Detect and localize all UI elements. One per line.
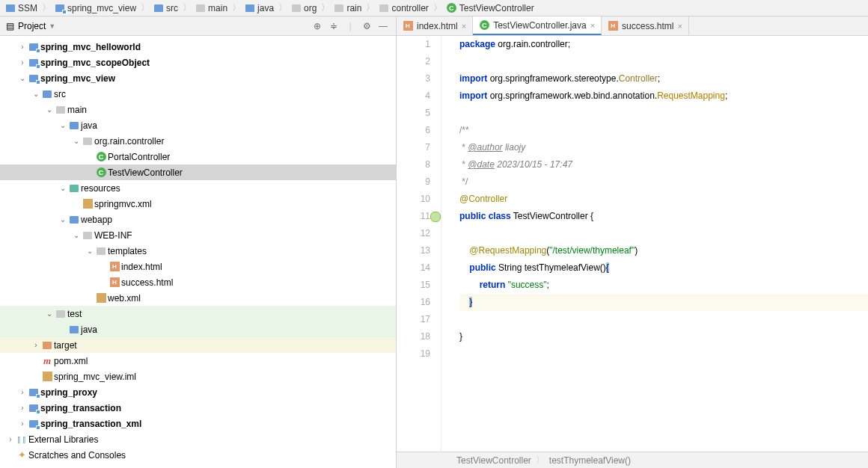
code-line[interactable]: public String testThymeleafView(){ [459,259,868,277]
code-line[interactable] [459,105,868,122]
tree-item[interactable]: ›spring_mvc_scopeObject [0,55,396,70]
code-editor[interactable]: package org.rain.controller;import org.s… [441,36,868,452]
project-tree[interactable]: ›spring_mvc_helloworld›spring_mvc_scopeO… [0,36,396,468]
line-number[interactable]: 1 [397,36,430,53]
code-line[interactable]: @Controller [459,191,868,208]
hide-button[interactable]: — [375,18,391,34]
tree-item[interactable]: ✦Scratches and Consoles [0,447,396,463]
editor-tab[interactable]: Hindex.html× [397,16,473,35]
collapse-all-button[interactable]: ≑ [326,18,342,34]
tree-arrow[interactable]: ⌄ [30,90,42,98]
tree-item[interactable]: ⌄src [0,86,396,102]
tree-item[interactable]: ›spring_proxy [0,384,396,400]
tree-arrow[interactable]: ⌄ [16,74,28,82]
code-line[interactable]: /** [459,122,868,139]
status-method[interactable]: testThymeleafView() [549,455,631,466]
line-number[interactable]: 11 [397,208,430,225]
close-icon[interactable]: × [462,22,466,31]
line-number[interactable]: 9 [397,173,430,191]
line-number[interactable]: 3 [397,70,430,87]
tree-arrow[interactable]: ⌄ [70,231,82,239]
code-line[interactable]: @RequestMapping("/test/view/thymeleaf") [459,242,868,259]
tree-item[interactable]: ⌄spring_mvc_view [0,70,396,86]
code-line[interactable]: import org.springframework.web.bind.anno… [459,87,868,105]
tree-item[interactable]: mpom.xml [0,353,396,369]
tree-item[interactable]: ›spring_mvc_helloworld [0,39,396,55]
tree-item[interactable]: CPortalController [0,149,396,164]
breadcrumb-item[interactable]: main [193,3,230,13]
tree-arrow[interactable]: › [16,58,28,67]
breadcrumb-item[interactable]: SSM [3,3,40,13]
code-line[interactable]: * @date 2023/10/15 - 17:47 [459,156,868,173]
tree-arrow[interactable]: ⌄ [57,184,69,192]
code-line[interactable]: package org.rain.controller; [459,36,868,53]
project-selector[interactable]: ▤ Project ▼ [4,21,55,31]
tree-item[interactable]: Hindex.html [0,259,396,274]
tree-item[interactable]: ⌄main [0,102,396,117]
line-number[interactable]: 6 [397,122,430,139]
tree-item[interactable]: ›spring_transaction_xml [0,416,396,431]
line-number[interactable]: 5 [397,105,430,122]
tree-arrow[interactable]: › [16,388,28,396]
code-line[interactable] [459,345,868,363]
code-line[interactable]: public class TestViewController { [459,208,868,225]
breadcrumb-item[interactable]: spring_mvc_view [52,3,139,13]
line-number[interactable]: 16 [397,294,430,311]
tree-item[interactable]: ⌄templates [0,243,396,259]
code-line[interactable]: */ [459,173,868,191]
tree-arrow[interactable]: ⌄ [70,137,82,145]
code-line[interactable] [459,53,868,70]
tree-item[interactable]: ⌄WEB-INF [0,227,396,243]
line-number[interactable]: 12 [397,225,430,242]
line-number[interactable]: 18 [397,328,430,345]
tree-item[interactable]: ›⫿⫿External Libraries [0,431,396,447]
tree-item[interactable]: spring_mvc_view.iml [0,369,396,384]
line-number[interactable]: 17 [397,311,430,328]
tree-arrow[interactable]: ⌄ [43,310,55,318]
code-line[interactable]: * @author liaojy [459,139,868,156]
tree-item[interactable]: ›target [0,337,396,353]
line-number[interactable]: 7 [397,139,430,156]
tree-item[interactable]: springmvc.xml [0,196,396,212]
tree-arrow[interactable]: › [4,435,16,443]
locate-button[interactable]: ⊕ [309,18,326,34]
line-number[interactable]: 19 [397,345,430,363]
code-line[interactable] [459,311,868,328]
tree-arrow[interactable]: ⌄ [43,105,55,114]
line-number[interactable]: 15 [397,277,430,294]
editor-tab[interactable]: CTestViewController.java× [473,16,602,35]
code-line[interactable]: } [459,328,868,345]
breadcrumb-item[interactable]: java [242,3,277,13]
tree-item[interactable]: ⌄webapp [0,212,396,227]
tree-arrow[interactable]: › [16,419,28,428]
settings-button[interactable]: ⚙ [358,18,375,34]
tree-arrow[interactable]: ⌄ [57,215,69,224]
status-class[interactable]: TestViewController [456,455,531,466]
tree-item[interactable]: ⌄resources [0,180,396,196]
code-line[interactable] [459,225,868,242]
line-number[interactable]: 8 [397,156,430,173]
breadcrumb-item[interactable]: rain [331,3,364,13]
tree-item[interactable]: ›spring_transaction [0,400,396,416]
line-number[interactable]: 4 [397,87,430,105]
breadcrumb-item[interactable]: org [289,3,320,13]
code-line[interactable]: } [459,294,868,311]
code-line[interactable]: import org.springframework.stereotype.Co… [459,70,868,87]
code-line[interactable]: return "success"; [459,277,868,294]
tree-item[interactable]: ⌄java [0,117,396,133]
line-number[interactable]: 14 [397,259,430,277]
tree-arrow[interactable]: ⌄ [84,247,96,255]
tree-item[interactable]: java [0,321,396,337]
tree-item[interactable]: CTestViewController [0,164,396,180]
tree-arrow[interactable]: ⌄ [57,121,69,129]
tree-arrow[interactable]: › [30,341,42,349]
tree-item[interactable]: web.xml [0,290,396,306]
line-number[interactable]: 2 [397,53,430,70]
close-icon[interactable]: × [590,21,595,30]
tree-arrow[interactable]: › [16,404,28,412]
editor-tab[interactable]: Hsuccess.html× [602,16,689,35]
tree-item[interactable]: ⌄org.rain.controller [0,133,396,149]
line-number[interactable]: 10 [397,191,430,208]
tree-arrow[interactable]: › [16,43,28,51]
gutter[interactable]: 12345678910111213141516171819 [397,36,441,452]
